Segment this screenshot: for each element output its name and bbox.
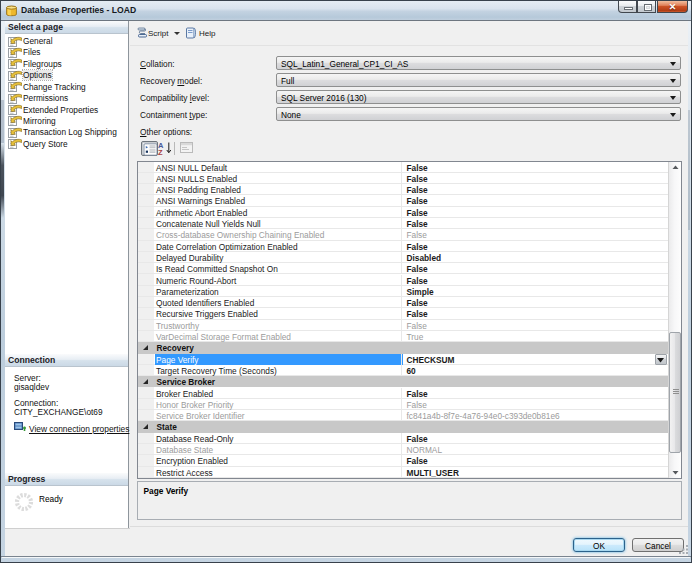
svg-text:Z: Z (158, 148, 163, 156)
